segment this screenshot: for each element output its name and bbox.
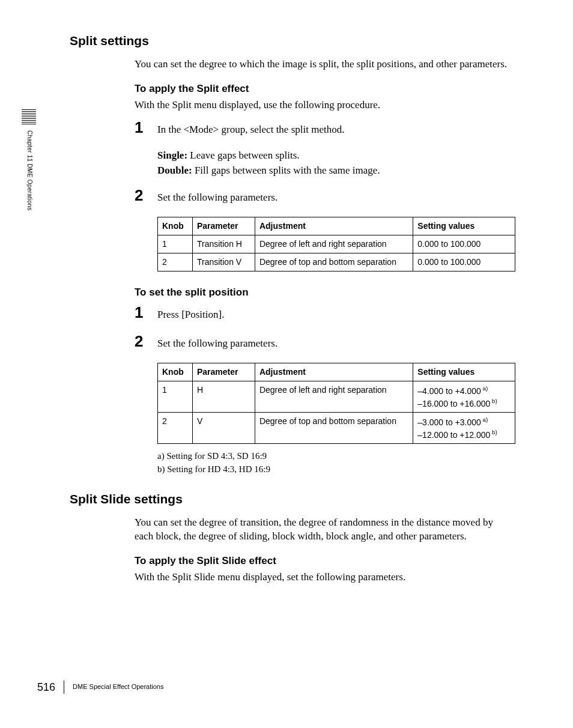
th-setting: Setting values (413, 363, 515, 381)
step-text: Set the following parameters. (157, 191, 514, 205)
footer-title: DME Special Effect Operations (73, 682, 163, 691)
mode-double-text: Fill gaps between splits with the same i… (192, 165, 380, 176)
td-parameter: H (192, 381, 255, 413)
table-header-row: Knob Parameter Adjustment Setting values (158, 363, 515, 381)
td-adjustment: Degree of left and right separation (255, 235, 413, 253)
td-adjustment: Degree of left and right separation (255, 381, 413, 413)
page-content: Split settings You can set the degree to… (70, 32, 514, 592)
setting-line: –16.000 to +16.000 (417, 398, 490, 408)
split-slide-intro: You can set the degree of transition, th… (135, 516, 514, 544)
mode-double-label: Double: (157, 165, 192, 176)
mode-single: Single: Leave gaps between splits. (157, 149, 514, 163)
page-number: 516 (37, 680, 55, 694)
step-number: 1 (135, 305, 157, 320)
th-setting: Setting values (413, 217, 515, 235)
apply-split-step-2: 2 Set the following parameters. (135, 187, 514, 211)
setting-sup: b) (490, 429, 497, 435)
mode-double: Double: Fill gaps between splits with th… (157, 164, 514, 178)
step-number: 1 (135, 120, 157, 135)
split-slide-heading: Split Slide settings (70, 491, 514, 508)
td-knob: 2 (158, 253, 193, 271)
table-header-row: Knob Parameter Adjustment Setting values (158, 217, 515, 235)
apply-split-step-1: 1 In the <Mode> group, select the split … (135, 120, 514, 143)
side-decoration: Chapter 11 DME Operations (22, 109, 36, 211)
chapter-side-label: Chapter 11 DME Operations (25, 130, 34, 211)
table-row: 2 V Degree of top and bottom separation … (158, 413, 515, 444)
th-parameter: Parameter (192, 363, 255, 381)
td-adjustment: Degree of top and bottom separation (255, 253, 413, 271)
table-row: 1 H Degree of left and right separation … (158, 381, 515, 413)
apply-split-slide-lead: With the Split Slide menu displayed, set… (135, 571, 514, 584)
td-knob: 1 (158, 235, 193, 253)
table-row: 2 Transition V Degree of top and bottom … (158, 253, 515, 271)
td-adjustment: Degree of top and bottom separation (255, 413, 413, 444)
footer-divider (64, 681, 64, 694)
footnotes: a) Setting for SD 4:3, SD 16:9 b) Settin… (157, 450, 514, 475)
table-row: 1 Transition H Degree of left and right … (158, 235, 515, 253)
mode-single-label: Single: (157, 150, 187, 161)
apply-split-lead: With the Split menu displayed, use the f… (135, 99, 514, 112)
td-setting: –3.000 to +3.000 a)–12.000 to +12.000 b) (413, 413, 515, 444)
setting-line: –3.000 to +3.000 (417, 417, 481, 427)
step-text: Press [Position]. (157, 308, 514, 322)
apply-split-heading: To apply the Split effect (135, 82, 514, 96)
apply-split-slide-heading: To apply the Split Slide effect (135, 554, 514, 568)
td-parameter: V (192, 413, 255, 444)
step-text: Set the following parameters. (157, 337, 514, 351)
setting-sup: a) (481, 385, 488, 392)
setting-sup: a) (481, 416, 488, 423)
split-settings-intro: You can set the degree to which the imag… (135, 58, 514, 71)
th-adjustment: Adjustment (255, 363, 413, 381)
td-knob: 2 (158, 413, 193, 444)
step-number: 2 (135, 333, 157, 349)
td-parameter: Transition H (192, 235, 255, 253)
set-position-step-1: 1 Press [Position]. (135, 305, 514, 328)
th-knob: Knob (158, 363, 193, 381)
set-split-position-heading: To set the split position (135, 286, 514, 300)
td-setting: 0.000 to 100.000 (413, 253, 515, 271)
footnote-b: b) Setting for HD 4:3, HD 16:9 (157, 463, 514, 475)
setting-line: –12.000 to +12.000 (417, 430, 490, 440)
page-footer: 516 DME Special Effect Operations (37, 680, 163, 694)
split-parameters-table: Knob Parameter Adjustment Setting values… (157, 217, 515, 271)
mode-options: Single: Leave gaps between splits. Doubl… (157, 149, 514, 178)
split-settings-heading: Split settings (70, 32, 514, 49)
td-setting: 0.000 to 100.000 (413, 235, 515, 253)
setting-sup: b) (490, 398, 497, 404)
set-position-step-2: 2 Set the following parameters. (135, 333, 514, 357)
mode-single-text: Leave gaps between splits. (187, 150, 299, 161)
position-parameters-table: Knob Parameter Adjustment Setting values… (157, 363, 515, 444)
td-parameter: Transition V (192, 253, 255, 271)
footnote-a: a) Setting for SD 4:3, SD 16:9 (157, 450, 514, 462)
step-text: In the <Mode> group, select the split me… (157, 123, 514, 137)
setting-line: –4.000 to +4.000 (417, 386, 481, 396)
step-number: 2 (135, 187, 157, 203)
th-adjustment: Adjustment (255, 217, 413, 235)
side-lines-icon (22, 109, 36, 124)
td-setting: –4.000 to +4.000 a)–16.000 to +16.000 b) (413, 381, 515, 413)
th-knob: Knob (158, 217, 193, 235)
th-parameter: Parameter (192, 217, 255, 235)
td-knob: 1 (158, 381, 193, 413)
